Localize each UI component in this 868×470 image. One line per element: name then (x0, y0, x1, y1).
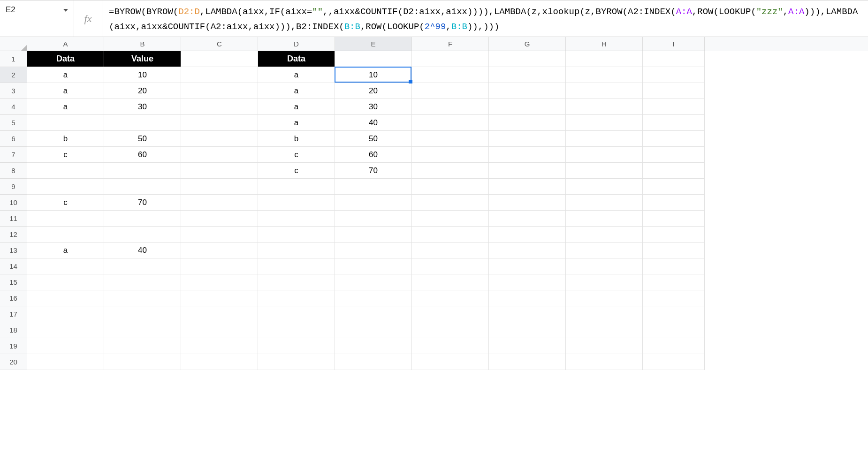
cell-G2[interactable] (489, 67, 566, 83)
spreadsheet-grid[interactable]: ABCDEFGHI 1DataValueData2a10a103a20a204a… (0, 37, 868, 370)
cell-B20[interactable] (104, 354, 181, 370)
column-header-F[interactable]: F (412, 37, 489, 51)
cell-G20[interactable] (489, 354, 566, 370)
cell-G19[interactable] (489, 338, 566, 354)
cell-E17[interactable] (335, 306, 412, 322)
cell-B5[interactable] (104, 115, 181, 131)
cell-C1[interactable] (181, 51, 258, 67)
cell-H15[interactable] (566, 274, 643, 290)
cell-E8[interactable]: 70 (335, 163, 412, 179)
cell-D7[interactable]: c (258, 147, 335, 163)
cell-I3[interactable] (643, 83, 705, 99)
cell-I1[interactable] (643, 51, 705, 67)
cell-H11[interactable] (566, 211, 643, 227)
cell-I6[interactable] (643, 131, 705, 147)
cell-E9[interactable] (335, 179, 412, 195)
cell-D12[interactable] (258, 227, 335, 243)
cell-A15[interactable] (27, 274, 104, 290)
cell-D20[interactable] (258, 354, 335, 370)
row-header-10[interactable]: 10 (0, 195, 27, 211)
cell-D18[interactable] (258, 322, 335, 338)
cell-I13[interactable] (643, 243, 705, 258)
cell-G7[interactable] (489, 147, 566, 163)
cell-D4[interactable]: a (258, 99, 335, 115)
row-header-7[interactable]: 7 (0, 147, 27, 163)
cell-H16[interactable] (566, 290, 643, 306)
cell-C7[interactable] (181, 147, 258, 163)
cell-F7[interactable] (412, 147, 489, 163)
cell-A6[interactable]: b (27, 131, 104, 147)
cell-I20[interactable] (643, 354, 705, 370)
cell-G3[interactable] (489, 83, 566, 99)
column-header-D[interactable]: D (258, 37, 335, 51)
row-header-3[interactable]: 3 (0, 83, 27, 99)
cell-G14[interactable] (489, 258, 566, 274)
cell-C16[interactable] (181, 290, 258, 306)
cell-I17[interactable] (643, 306, 705, 322)
cell-F17[interactable] (412, 306, 489, 322)
cell-F8[interactable] (412, 163, 489, 179)
cell-H19[interactable] (566, 338, 643, 354)
cell-G9[interactable] (489, 179, 566, 195)
row-header-14[interactable]: 14 (0, 258, 27, 274)
cell-I8[interactable] (643, 163, 705, 179)
row-header-17[interactable]: 17 (0, 306, 27, 322)
cell-D5[interactable]: a (258, 115, 335, 131)
cell-C4[interactable] (181, 99, 258, 115)
cell-G15[interactable] (489, 274, 566, 290)
cell-A4[interactable]: a (27, 99, 104, 115)
cell-G8[interactable] (489, 163, 566, 179)
name-box[interactable]: E2 (0, 0, 74, 37)
cell-H9[interactable] (566, 179, 643, 195)
cell-C15[interactable] (181, 274, 258, 290)
cell-G13[interactable] (489, 243, 566, 258)
cell-B18[interactable] (104, 322, 181, 338)
cell-D8[interactable]: c (258, 163, 335, 179)
cell-E14[interactable] (335, 258, 412, 274)
cell-G11[interactable] (489, 211, 566, 227)
cell-I10[interactable] (643, 195, 705, 211)
cell-E16[interactable] (335, 290, 412, 306)
cell-H20[interactable] (566, 354, 643, 370)
cell-C10[interactable] (181, 195, 258, 211)
cell-B13[interactable]: 40 (104, 243, 181, 258)
cell-G4[interactable] (489, 99, 566, 115)
cell-F1[interactable] (412, 51, 489, 67)
cell-H18[interactable] (566, 322, 643, 338)
cell-E19[interactable] (335, 338, 412, 354)
cell-B10[interactable]: 70 (104, 195, 181, 211)
cell-F16[interactable] (412, 290, 489, 306)
cell-H13[interactable] (566, 243, 643, 258)
cell-B11[interactable] (104, 211, 181, 227)
cell-C11[interactable] (181, 211, 258, 227)
cell-A8[interactable] (27, 163, 104, 179)
cell-G12[interactable] (489, 227, 566, 243)
cell-I11[interactable] (643, 211, 705, 227)
row-header-15[interactable]: 15 (0, 274, 27, 290)
cell-A17[interactable] (27, 306, 104, 322)
row-header-1[interactable]: 1 (0, 51, 27, 67)
cell-D19[interactable] (258, 338, 335, 354)
cell-A2[interactable]: a (27, 67, 104, 83)
cell-B6[interactable]: 50 (104, 131, 181, 147)
cell-E10[interactable] (335, 195, 412, 211)
cell-H1[interactable] (566, 51, 643, 67)
cell-G17[interactable] (489, 306, 566, 322)
cell-F13[interactable] (412, 243, 489, 258)
cell-I4[interactable] (643, 99, 705, 115)
cell-E15[interactable] (335, 274, 412, 290)
cell-H12[interactable] (566, 227, 643, 243)
cell-B9[interactable] (104, 179, 181, 195)
cell-I19[interactable] (643, 338, 705, 354)
row-header-8[interactable]: 8 (0, 163, 27, 179)
column-header-C[interactable]: C (181, 37, 258, 51)
cell-H7[interactable] (566, 147, 643, 163)
cell-C2[interactable] (181, 67, 258, 83)
column-header-B[interactable]: B (104, 37, 181, 51)
row-header-6[interactable]: 6 (0, 131, 27, 147)
cell-H17[interactable] (566, 306, 643, 322)
cell-D15[interactable] (258, 274, 335, 290)
cell-B4[interactable]: 30 (104, 99, 181, 115)
cell-D16[interactable] (258, 290, 335, 306)
cell-B1[interactable]: Value (104, 51, 181, 67)
